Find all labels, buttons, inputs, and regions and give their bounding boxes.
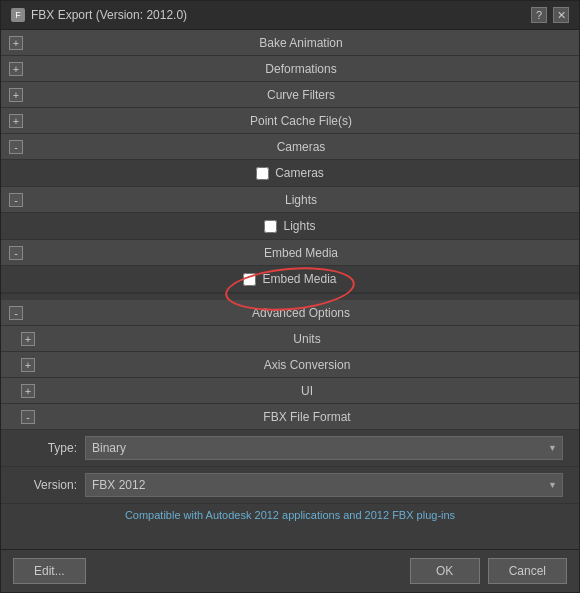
axis-conversion-row[interactable]: + Axis Conversion <box>1 352 579 378</box>
type-select[interactable]: Binary ASCII <box>85 436 563 460</box>
ok-button[interactable]: OK <box>410 558 480 584</box>
advanced-options-label: Advanced Options <box>31 306 571 320</box>
fbx-file-format-row[interactable]: - FBX File Format <box>1 404 579 430</box>
curve-filters-row[interactable]: + Curve Filters <box>1 82 579 108</box>
bake-animation-label: Bake Animation <box>31 36 571 50</box>
help-button[interactable]: ? <box>531 7 547 23</box>
version-select-wrapper: FBX 2012 FBX 2011 FBX 2010 FBX 2009 <box>85 473 563 497</box>
deformations-label: Deformations <box>31 62 571 76</box>
close-button[interactable]: ✕ <box>553 7 569 23</box>
content-area: + Bake Animation + Deformations + Curve … <box>1 30 579 549</box>
title-bar: F FBX Export (Version: 2012.0) ? ✕ <box>1 1 579 30</box>
embed-media-checkbox-label: Embed Media <box>262 272 336 286</box>
type-select-wrapper: Binary ASCII <box>85 436 563 460</box>
deformations-row[interactable]: + Deformations <box>1 56 579 82</box>
bake-animation-row[interactable]: + Bake Animation <box>1 30 579 56</box>
bake-animation-toggle[interactable]: + <box>9 36 23 50</box>
advanced-options-toggle[interactable]: - <box>9 306 23 320</box>
curve-filters-label: Curve Filters <box>31 88 571 102</box>
cameras-checkbox-row: Cameras <box>1 160 579 187</box>
lights-toggle[interactable]: - <box>9 193 23 207</box>
fbx-file-format-label: FBX File Format <box>43 410 571 424</box>
units-label: Units <box>43 332 571 346</box>
embed-media-checkbox-row: Embed Media <box>1 266 579 293</box>
cameras-row[interactable]: - Cameras <box>1 134 579 160</box>
embed-media-container: Embed Media <box>1 266 579 294</box>
axis-conversion-label: Axis Conversion <box>43 358 571 372</box>
point-cache-row[interactable]: + Point Cache File(s) <box>1 108 579 134</box>
title-bar-left: F FBX Export (Version: 2012.0) <box>11 8 187 22</box>
title-bar-controls: ? ✕ <box>531 7 569 23</box>
bottom-bar: Edit... OK Cancel <box>1 549 579 592</box>
cameras-checkbox[interactable] <box>256 167 269 180</box>
cameras-header-label: Cameras <box>31 140 571 154</box>
point-cache-label: Point Cache File(s) <box>31 114 571 128</box>
ui-row[interactable]: + UI <box>1 378 579 404</box>
type-row: Type: Binary ASCII <box>1 430 579 467</box>
lights-row[interactable]: - Lights <box>1 187 579 213</box>
fbx-file-format-toggle[interactable]: - <box>21 410 35 424</box>
units-row[interactable]: + Units <box>1 326 579 352</box>
edit-button[interactable]: Edit... <box>13 558 86 584</box>
lights-checkbox-row: Lights <box>1 213 579 240</box>
window-title: FBX Export (Version: 2012.0) <box>31 8 187 22</box>
lights-checkbox[interactable] <box>264 220 277 233</box>
lights-checkbox-label: Lights <box>283 219 315 233</box>
compat-text: Compatible with Autodesk 2012 applicatio… <box>1 504 579 526</box>
embed-media-toggle[interactable]: - <box>9 246 23 260</box>
cancel-button[interactable]: Cancel <box>488 558 567 584</box>
embed-media-checkbox[interactable] <box>243 273 256 286</box>
app-icon: F <box>11 8 25 22</box>
deformations-toggle[interactable]: + <box>9 62 23 76</box>
ui-label: UI <box>43 384 571 398</box>
point-cache-toggle[interactable]: + <box>9 114 23 128</box>
version-row: Version: FBX 2012 FBX 2011 FBX 2010 FBX … <box>1 467 579 504</box>
scroll-content[interactable]: + Bake Animation + Deformations + Curve … <box>1 30 579 549</box>
fbx-export-window: F FBX Export (Version: 2012.0) ? ✕ + Bak… <box>0 0 580 593</box>
units-toggle[interactable]: + <box>21 332 35 346</box>
advanced-options-row[interactable]: - Advanced Options <box>1 300 579 326</box>
embed-media-row[interactable]: - Embed Media <box>1 240 579 266</box>
curve-filters-toggle[interactable]: + <box>9 88 23 102</box>
cameras-checkbox-label: Cameras <box>275 166 324 180</box>
lights-header-label: Lights <box>31 193 571 207</box>
cameras-toggle[interactable]: - <box>9 140 23 154</box>
ui-toggle[interactable]: + <box>21 384 35 398</box>
ok-cancel-group: OK Cancel <box>410 558 567 584</box>
version-label: Version: <box>17 478 77 492</box>
version-select[interactable]: FBX 2012 FBX 2011 FBX 2010 FBX 2009 <box>85 473 563 497</box>
type-label: Type: <box>17 441 77 455</box>
axis-conversion-toggle[interactable]: + <box>21 358 35 372</box>
embed-media-header-label: Embed Media <box>31 246 571 260</box>
